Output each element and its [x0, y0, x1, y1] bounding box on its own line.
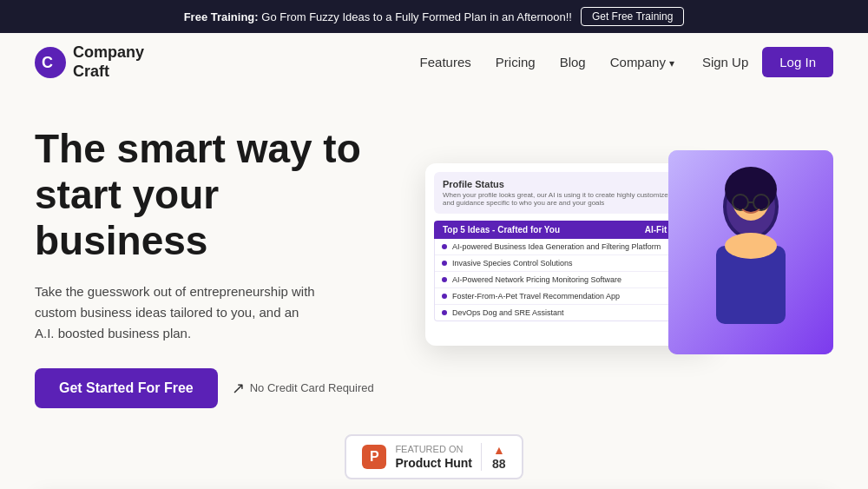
nav-blog[interactable]: Blog	[560, 55, 586, 69]
list-item: Foster-From-A-Pet Travel Recommendation …	[435, 288, 702, 305]
top-banner: Free Training: Go From Fuzzy Ideas to a …	[0, 0, 868, 33]
mock-profile-bar: Profile Status When your profile looks g…	[434, 172, 703, 214]
nav-features[interactable]: Features	[420, 55, 471, 69]
no-credit-row: ↗ No Credit Card Required	[232, 379, 374, 398]
no-credit-text: No Credit Card Required	[250, 381, 374, 394]
list-item: AI-Powered Network Pricing Monitoring So…	[435, 272, 702, 288]
dot-icon	[442, 261, 447, 266]
hero-left: The smart way to start your business Tak…	[35, 126, 399, 408]
nav-actions: Sign Up Log In	[702, 47, 833, 77]
log-in-button[interactable]: Log In	[762, 47, 833, 77]
nav-links: Features Pricing Blog Company	[420, 55, 674, 69]
logo-text: Company Craft	[73, 43, 144, 81]
ph-vote-count: 88	[492, 457, 506, 471]
product-hunt-badge[interactable]: P FEATURED ON Product Hunt ▲ 88	[345, 434, 523, 479]
get-started-button[interactable]: Get Started For Free	[35, 368, 218, 408]
sign-up-button[interactable]: Sign Up	[702, 55, 748, 69]
upvote-icon: ▲	[493, 443, 505, 457]
mock-idea-rows: AI-powered Business Idea Generation and …	[434, 239, 703, 321]
mock-profile-desc: When your profile looks great, our AI is…	[443, 191, 694, 207]
list-item: DevOps Dog and SRE Assistant	[435, 305, 702, 320]
logo[interactable]: C Company Craft	[35, 43, 144, 81]
banner-text: Free Training: Go From Fuzzy Ideas to a …	[184, 10, 572, 23]
product-hunt-icon: P	[362, 445, 386, 469]
hero-title: The smart way to start your business	[35, 126, 399, 264]
mock-profile-title: Profile Status	[443, 179, 694, 189]
dot-icon	[442, 277, 447, 282]
arrow-icon: ↗	[232, 379, 245, 398]
product-hunt-area: P FEATURED ON Product Hunt ▲ 88	[0, 426, 868, 489]
ph-votes-area: ▲ 88	[481, 443, 506, 471]
hero-person-image	[668, 150, 833, 354]
nav-company[interactable]: Company	[610, 55, 674, 69]
nav-pricing[interactable]: Pricing	[496, 55, 536, 69]
hero-description: Take the guesswork out of entrepreneursh…	[35, 281, 321, 344]
dot-icon	[442, 244, 447, 249]
mock-ideas-header: Top 5 Ideas - Crafted for You AI-Fit Gra…	[434, 221, 703, 239]
hero-section: The smart way to start your business Tak…	[0, 91, 868, 426]
svg-point-8	[725, 233, 777, 259]
dot-icon	[442, 294, 447, 299]
hero-right: Profile Status When your profile looks g…	[425, 163, 833, 372]
list-item: Invasive Species Control Solutions	[435, 255, 702, 272]
list-item: AI-powered Business Idea Generation and …	[435, 239, 702, 255]
svg-text:C: C	[42, 54, 53, 71]
person-silhouette-icon	[668, 150, 833, 354]
navbar: C Company Craft Features Pricing Blog Co…	[0, 33, 868, 91]
banner-cta-button[interactable]: Get Free Training	[581, 7, 684, 26]
cta-area: Get Started For Free ↗ No Credit Card Re…	[35, 368, 399, 408]
ph-featured-text: FEATURED ON Product Hunt	[395, 443, 472, 471]
dot-icon	[442, 310, 447, 315]
chevron-down-icon	[669, 55, 674, 69]
logo-icon: C	[35, 47, 66, 78]
